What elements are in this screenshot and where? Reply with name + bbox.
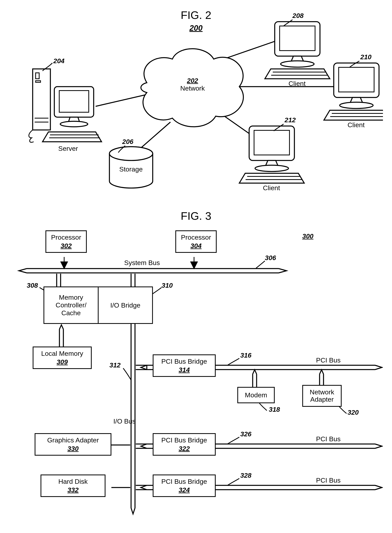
server-icon (29, 69, 102, 142)
server-label: Server (58, 145, 78, 152)
network-adapter: Network Adapter (302, 385, 342, 407)
localmem-link (59, 325, 63, 347)
client3-icon (239, 126, 304, 183)
graphics-adapter-label: Graphics Adapter (47, 436, 99, 444)
processor-2: Processor 304 (175, 230, 217, 253)
pcibus2-label: PCI Bus (316, 435, 341, 443)
client3-label: Client (263, 184, 280, 192)
svg-line-2 (224, 41, 275, 59)
processor-2-num: 304 (191, 242, 202, 250)
mem-controller-label: Memory Controller/ Cache (48, 294, 94, 317)
client3-num: 212 (285, 116, 296, 124)
io-bridge: I/O Bridge (98, 287, 153, 324)
modem: Modem (237, 387, 275, 403)
figure-2: FIG. 2 200 (9, 8, 383, 205)
pcibus1-num: 316 (240, 351, 252, 359)
modem-label: Modem (245, 391, 267, 399)
system-bus-num: 306 (265, 254, 276, 262)
svg-point-6 (109, 147, 153, 160)
client1-label: Client (289, 80, 306, 87)
network-num: 202 (180, 77, 205, 85)
fig3-number: 300 (302, 232, 313, 240)
pci-bridge-3-num: 324 (179, 486, 190, 494)
network-adapter-label: Network Adapter (305, 388, 339, 403)
svg-line-0 (96, 94, 147, 106)
figure-3: FIG. 3 (9, 209, 383, 516)
pcibus3-label: PCI Bus (316, 476, 341, 484)
fig2-canvas (9, 8, 383, 205)
processor-1: Processor 302 (46, 230, 87, 253)
hard-disk: Hard Disk 332 (41, 475, 106, 497)
mem-controller: Memory Controller/ Cache (43, 287, 98, 324)
netadapter-link (320, 370, 323, 387)
svg-point-19 (281, 61, 314, 67)
hard-disk-label: Hard Disk (58, 478, 88, 485)
client1-icon (265, 22, 330, 79)
pci-bridge-1: PCI Bus Bridge 314 (153, 354, 216, 377)
iobus-label: I/O Bus (113, 417, 135, 425)
system-bus-label: System Bus (124, 259, 160, 267)
memctrl-num: 308 (27, 282, 38, 289)
pcibus3-num: 328 (240, 472, 252, 479)
pci-bus-2 (216, 444, 382, 448)
pci-bridge-3-label: PCI Bus Bridge (161, 478, 207, 485)
local-memory: Local Memory 309 (33, 347, 92, 369)
client2-label: Client (348, 121, 365, 129)
processor-1-num: 302 (61, 242, 72, 250)
server-num: 204 (53, 57, 65, 65)
io-bridge-label: I/O Bridge (110, 302, 140, 309)
storage-num: 206 (122, 138, 133, 146)
network-block: 202 Network (180, 77, 205, 92)
network-label: Network (180, 85, 205, 92)
modem-num: 318 (269, 406, 280, 413)
hard-disk-num: 332 (67, 486, 79, 494)
processor-1-label: Processor (51, 234, 81, 241)
pci-bridge-1-num: 314 (179, 366, 190, 374)
svg-point-24 (340, 102, 373, 108)
svg-point-14 (60, 121, 88, 127)
pcibus1-label: PCI Bus (316, 356, 341, 364)
local-memory-num: 309 (57, 358, 68, 366)
svg-point-29 (255, 165, 289, 171)
pci-bridge-2: PCI Bus Bridge 322 (153, 433, 216, 456)
processor-2-label: Processor (181, 234, 211, 241)
local-memory-label: Local Memory (41, 350, 83, 357)
graphics-adapter-num: 330 (67, 445, 79, 453)
graphics-adapter: Graphics Adapter 330 (35, 433, 111, 456)
iobus-num: 312 (109, 361, 121, 369)
netadapter-num: 320 (348, 409, 359, 416)
storage-label: Storage (119, 165, 143, 173)
pcibus2-num: 326 (240, 430, 252, 438)
pci-bridge-1-label: PCI Bus Bridge (161, 358, 207, 365)
system-bus (19, 269, 286, 273)
pci-bus-1 (216, 365, 382, 370)
pci-bridge-3: PCI Bus Bridge 324 (153, 475, 216, 497)
svg-line-1 (139, 122, 170, 150)
pci-bus-3 (216, 485, 382, 490)
modem-link (253, 370, 257, 387)
iobridge-num: 310 (162, 282, 173, 289)
pci-bridge-2-label: PCI Bus Bridge (161, 436, 207, 444)
client2-icon (324, 63, 383, 120)
pci-bridge-2-num: 322 (179, 445, 190, 453)
client1-num: 208 (292, 12, 304, 19)
client2-num: 210 (360, 53, 372, 61)
